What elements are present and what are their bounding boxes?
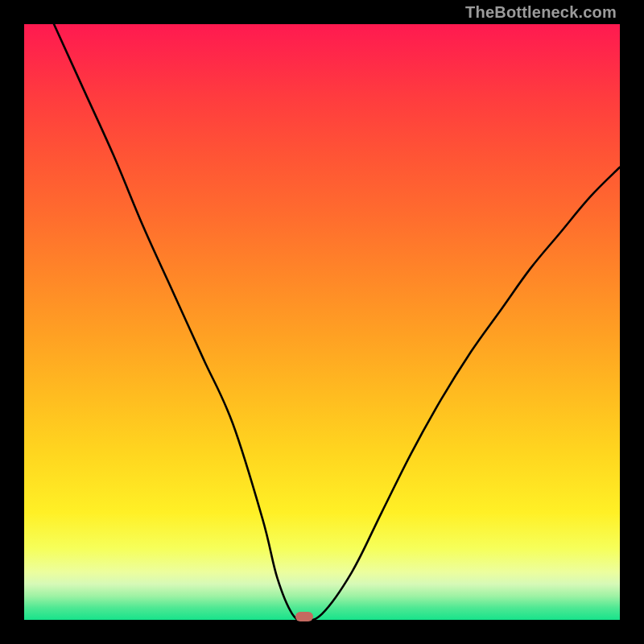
chart-frame: TheBottleneck.com (0, 0, 644, 644)
curve-path (54, 24, 620, 620)
watermark-text: TheBottleneck.com (465, 3, 617, 22)
min-marker (295, 612, 313, 621)
bottleneck-curve (24, 24, 620, 620)
plot-area (24, 24, 620, 620)
